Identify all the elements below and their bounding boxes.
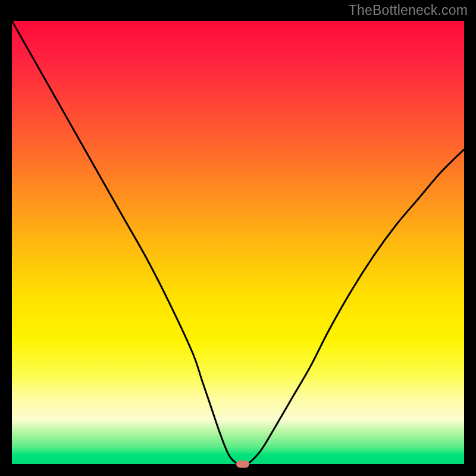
curve-svg bbox=[12, 21, 464, 464]
chart-frame: TheBottleneck.com bbox=[0, 0, 476, 476]
plot-area bbox=[12, 21, 464, 464]
bottleneck-curve-path bbox=[12, 21, 464, 464]
optimum-marker bbox=[236, 461, 249, 468]
watermark-text: TheBottleneck.com bbox=[349, 2, 468, 18]
